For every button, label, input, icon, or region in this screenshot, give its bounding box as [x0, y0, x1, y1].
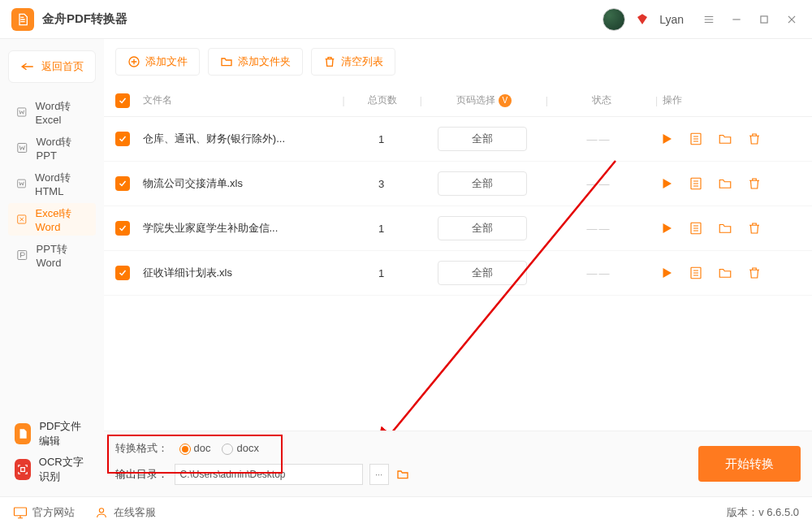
page-select-button[interactable]: 全部: [438, 127, 527, 151]
row-ops: [659, 266, 797, 280]
sidebar-item-label: Word转PPT: [37, 135, 88, 162]
format-label: 转换格式：: [115, 441, 168, 456]
header-pages: 总页数: [350, 93, 415, 107]
play-icon[interactable]: [659, 132, 674, 146]
folder-open-icon[interactable]: [718, 266, 732, 280]
row-filename: 物流公司交接清单.xls: [143, 176, 338, 191]
start-convert-button[interactable]: 开始转换: [698, 446, 801, 482]
folder-open-icon[interactable]: [718, 132, 732, 146]
app-logo: [11, 8, 34, 31]
detail-icon[interactable]: [689, 132, 703, 146]
username[interactable]: Lyan: [659, 13, 684, 26]
table-header: 文件名 | 总页数 | 页码选择V | 状态 | 操作: [104, 84, 813, 117]
pdf-edit-icon: [15, 423, 31, 444]
page-select-button[interactable]: 全部: [438, 216, 527, 240]
clear-list-label: 清空列表: [341, 54, 383, 69]
svg-rect-3: [18, 180, 26, 188]
sidebar-item-label: Word转Excel: [36, 99, 88, 126]
official-website-link[interactable]: 官方网站: [13, 505, 75, 520]
footer: 官方网站 在线客服 版本：v 6.6.5.0: [0, 496, 812, 527]
ppt-icon: [16, 249, 28, 262]
page-select-button[interactable]: 全部: [438, 171, 527, 196]
row-pages: 1: [349, 133, 414, 145]
detail-icon[interactable]: [689, 176, 703, 191]
minimize-button[interactable]: [728, 11, 745, 28]
table-row: 征收详细计划表.xls 1 全部 ——: [104, 251, 813, 296]
header-filename: 文件名: [143, 93, 338, 107]
row-status: ——: [551, 223, 648, 235]
add-folder-label: 添加文件夹: [238, 54, 291, 69]
home-button[interactable]: 返回首页: [8, 50, 96, 83]
ocr-button[interactable]: OCR文字识别: [8, 454, 96, 485]
clear-icon: [323, 55, 336, 68]
delete-icon[interactable]: [747, 176, 762, 191]
close-button[interactable]: [783, 11, 801, 28]
browse-button[interactable]: ···: [369, 464, 389, 485]
svg-rect-1: [18, 108, 26, 116]
table-row: 仓库、通讯、财务(银行除外)... 1 全部 ——: [104, 117, 813, 162]
sidebar-item-label: PPT转Word: [37, 242, 88, 269]
page-select-button[interactable]: 全部: [438, 261, 527, 285]
vip-diamond-icon[interactable]: [635, 12, 650, 27]
svg-rect-2: [18, 144, 27, 153]
home-button-label: 返回首页: [41, 59, 84, 74]
play-icon[interactable]: [659, 221, 674, 236]
output-label: 输出目录：: [115, 467, 168, 482]
output-path-input[interactable]: [175, 464, 363, 485]
menu-button[interactable]: [700, 11, 718, 28]
ocr-label: OCR文字识别: [39, 455, 89, 484]
sidebar-item-label: Word转HTML: [35, 171, 87, 197]
word-icon: [16, 141, 28, 154]
row-pages: 1: [349, 267, 414, 279]
sidebar-item-word-html[interactable]: Word转HTML: [8, 167, 96, 200]
add-file-button[interactable]: 添加文件: [115, 48, 200, 76]
sidebar-item-word-excel[interactable]: Word转Excel: [8, 96, 96, 128]
word-icon: [16, 177, 27, 190]
row-ops: [659, 176, 797, 191]
row-status: ——: [551, 133, 648, 145]
play-icon[interactable]: [659, 266, 674, 280]
select-all-checkbox[interactable]: [115, 93, 130, 108]
toolbar: 添加文件 添加文件夹 清空列表: [104, 39, 813, 84]
svg-rect-5: [18, 251, 27, 260]
sidebar: 返回首页 Word转Excel Word转PPT Word转HTML Excel…: [0, 39, 104, 496]
add-folder-button[interactable]: 添加文件夹: [208, 48, 303, 76]
folder-open-icon[interactable]: [718, 176, 732, 191]
open-folder-icon[interactable]: [395, 468, 410, 481]
delete-icon[interactable]: [747, 132, 762, 146]
delete-icon[interactable]: [747, 221, 762, 236]
folder-open-icon[interactable]: [718, 221, 732, 236]
avatar[interactable]: [603, 8, 625, 31]
svg-rect-0: [761, 15, 767, 22]
support-link[interactable]: 在线客服: [94, 505, 156, 520]
bottom-panel: 转换格式： doc docx 输出目录： ··· 开始转换: [104, 431, 813, 496]
radio-docx[interactable]: docx: [222, 442, 258, 455]
clear-list-button[interactable]: 清空列表: [311, 48, 395, 76]
radio-doc[interactable]: doc: [179, 442, 211, 455]
sidebar-item-excel-word[interactable]: Excel转Word: [8, 203, 96, 236]
delete-icon[interactable]: [747, 266, 762, 280]
app-title: 金舟PDF转换器: [42, 11, 127, 27]
svg-rect-12: [15, 508, 27, 516]
row-checkbox[interactable]: [115, 266, 130, 280]
table-row: 学院失业家庭学生补助金信... 1 全部 ——: [104, 206, 813, 251]
maximize-button[interactable]: [755, 11, 773, 28]
sidebar-item-ppt-word[interactable]: PPT转Word: [8, 239, 96, 271]
row-checkbox[interactable]: [115, 221, 130, 236]
pdf-edit-button[interactable]: PDF文件编辑: [8, 418, 96, 449]
row-filename: 征收详细计划表.xls: [143, 266, 338, 280]
row-pages: 1: [349, 223, 414, 235]
plus-circle-icon: [127, 55, 140, 68]
excel-icon: [16, 213, 28, 226]
vip-badge-icon: V: [499, 94, 512, 107]
ocr-icon: [15, 459, 31, 480]
sidebar-item-label: Excel转Word: [36, 206, 88, 233]
version-label: 版本：v 6.6.5.0: [727, 505, 799, 520]
header-ops: 操作: [663, 93, 801, 107]
row-checkbox[interactable]: [115, 132, 130, 146]
detail-icon[interactable]: [689, 221, 703, 236]
sidebar-item-word-ppt[interactable]: Word转PPT: [8, 132, 96, 164]
detail-icon[interactable]: [689, 266, 703, 280]
row-checkbox[interactable]: [115, 176, 130, 191]
play-icon[interactable]: [659, 176, 674, 191]
